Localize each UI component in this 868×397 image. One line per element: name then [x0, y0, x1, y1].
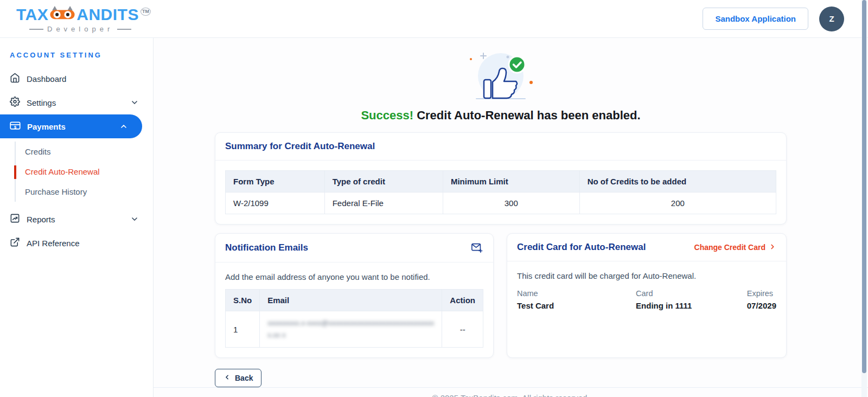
- taxbandits-logo[interactable]: TAX ANDITS TM Develope: [16, 5, 151, 33]
- summary-cell-minimum-limit: 300: [443, 193, 579, 214]
- notif-col-action: Action: [442, 290, 483, 311]
- cc-field-card: Card Ending in 1111: [636, 289, 739, 310]
- change-credit-card-link[interactable]: Change Credit Card: [694, 243, 776, 252]
- cc-field-name: Name Test Card: [517, 289, 629, 310]
- user-avatar[interactable]: Z: [819, 7, 844, 31]
- logo-text-tax: TAX: [16, 7, 48, 23]
- sidebar-item-label: Dashboard: [27, 74, 66, 84]
- trademark-badge: TM: [141, 8, 151, 16]
- summary-col-credits-added: No of Credits to be added: [579, 171, 776, 193]
- notification-emails-card: Notification Emails Add the email addres…: [215, 233, 494, 358]
- logo-text-andits: ANDITS: [76, 7, 139, 23]
- summary-cell-credits-added: 200: [579, 193, 776, 214]
- notification-email-row: 1 xxxxxxxxx.x-xxxx@xxxxxxxxxxxxxxxxxxxxx…: [226, 311, 483, 348]
- summary-card: Summary for Credit Auto-Renewal Form Typ…: [215, 132, 787, 225]
- chevron-right-icon: [769, 243, 776, 252]
- sidebar-subitem-credit-auto-renewal[interactable]: Credit Auto-Renewal: [16, 162, 153, 182]
- app-window: TAX ANDITS TM Develope: [0, 0, 868, 397]
- summary-col-form-type: Form Type: [226, 171, 325, 193]
- logo-subtitle: Developer: [47, 25, 113, 33]
- cc-field-expires-label: Expires: [747, 289, 776, 298]
- summary-col-type-of-credit: Type of credit: [324, 171, 443, 193]
- logo-dash-left: [29, 29, 43, 30]
- sidebar-item-settings[interactable]: Settings: [0, 91, 153, 114]
- summary-table: Form Type Type of credit Minimum Limit N…: [225, 170, 776, 214]
- success-prefix: Success!: [361, 108, 413, 122]
- mail-plus-icon[interactable]: [470, 242, 483, 254]
- thumbs-up-success-illustration: [458, 95, 544, 105]
- success-heading: Success! Credit Auto-Renewal has been en…: [215, 108, 787, 123]
- notif-cell-action: --: [442, 311, 483, 348]
- sidebar-item-payments[interactable]: $ Payments: [0, 114, 142, 138]
- sidebar-subitem-credits[interactable]: Credits: [16, 142, 153, 162]
- summary-cell-type-of-credit: Federal E-File: [324, 193, 443, 214]
- sidebar-item-dashboard[interactable]: Dashboard: [0, 67, 153, 91]
- notif-cell-sno: 1: [226, 311, 260, 348]
- cc-field-expires-value: 07/2029: [747, 301, 776, 310]
- sandbox-application-button[interactable]: Sandbox Application: [703, 8, 808, 30]
- sidebar-item-label: Reports: [27, 215, 55, 224]
- cc-field-name-value: Test Card: [517, 301, 629, 310]
- sidebar-item-label: API Reference: [27, 239, 80, 248]
- back-button[interactable]: Back: [215, 369, 261, 387]
- success-block: Success! Credit Auto-Renewal has been en…: [215, 49, 787, 123]
- scrollbar-thumb[interactable]: [862, 0, 866, 373]
- chevron-up-icon: [119, 122, 128, 131]
- sidebar-item-label: Settings: [27, 98, 56, 107]
- cc-field-card-label: Card: [636, 289, 739, 298]
- chart-icon: [10, 213, 20, 225]
- owl-mask-icon: [49, 5, 76, 24]
- credit-card-panel: Credit Card for Auto-Renewal Change Cred…: [507, 233, 787, 358]
- sidebar-subitem-purchase-history[interactable]: Purchase History: [16, 182, 153, 202]
- footer: © 2025 TaxBandits.com. All rights reserv…: [154, 387, 868, 397]
- footer-text: © 2025 TaxBandits.com. All rights reserv…: [154, 388, 868, 397]
- notification-emails-description: Add the email address of anyone you want…: [225, 272, 483, 281]
- cc-field-card-value: Ending in 1111: [636, 301, 739, 310]
- notification-emails-title: Notification Emails: [225, 242, 308, 253]
- credit-card-icon: $: [10, 120, 21, 133]
- sidebar-item-api-reference[interactable]: API Reference: [0, 231, 153, 255]
- notification-emails-table: S.No Email Action 1 xxxxxxxxx.x-xxxx@xxx…: [225, 289, 483, 348]
- notif-col-email: Email: [260, 290, 442, 311]
- summary-card-title: Summary for Credit Auto-Renewal: [225, 141, 375, 152]
- top-bar: TAX ANDITS TM Develope: [0, 0, 868, 38]
- summary-col-minimum-limit: Minimum Limit: [443, 171, 579, 193]
- logo-dash-right: [117, 29, 131, 30]
- sidebar-item-label: Payments: [27, 122, 66, 131]
- home-icon: [10, 73, 20, 85]
- credit-card-panel-title: Credit Card for Auto-Renewal: [517, 242, 646, 253]
- cc-field-expires: Expires 07/2029: [747, 289, 776, 310]
- gear-icon: [10, 97, 20, 108]
- summary-cell-form-type: W-2/1099: [226, 193, 325, 214]
- sidebar-section-title: ACCOUNT SETTING: [0, 51, 153, 59]
- change-credit-card-label: Change Credit Card: [694, 243, 765, 252]
- payments-subnav: Credits Credit Auto-Renewal Purchase His…: [15, 142, 153, 202]
- sidebar: ACCOUNT SETTING Dashboard Settings: [0, 38, 154, 397]
- scrollbar-track: [861, 0, 867, 397]
- chevron-down-icon: [130, 215, 139, 223]
- main-content: Success! Credit Auto-Renewal has been en…: [154, 38, 868, 397]
- summary-table-row: W-2/1099 Federal E-File 300 200: [226, 193, 776, 214]
- back-button-label: Back: [235, 374, 253, 382]
- cc-field-name-label: Name: [517, 289, 629, 298]
- chevron-down-icon: [130, 98, 139, 107]
- redacted-email-value: xxxxxxxxx.x-xxxx@xxxxxxxxxxxxxxxxxxxxxxx…: [267, 319, 434, 339]
- notif-col-sno: S.No: [226, 290, 260, 311]
- credit-card-fields: Name Test Card Card Ending in 1111 Expir…: [517, 289, 776, 310]
- external-link-icon: [10, 237, 20, 249]
- credit-card-description: This credit card will be charged for Aut…: [517, 271, 776, 280]
- success-message: Credit Auto-Renewal has been enabled.: [413, 108, 640, 122]
- chevron-left-icon: [224, 374, 231, 382]
- sidebar-item-reports[interactable]: Reports: [0, 207, 153, 231]
